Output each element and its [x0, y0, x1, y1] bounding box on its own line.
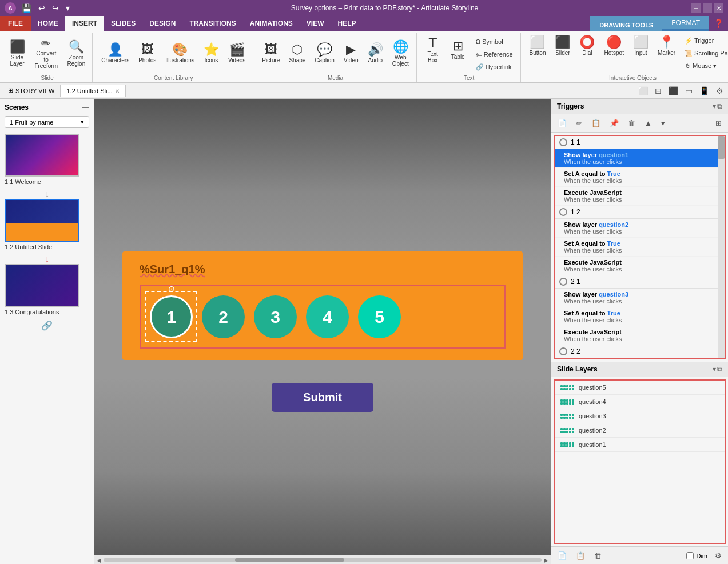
- picture-button[interactable]: 🖼 Picture: [258, 41, 284, 66]
- story-view-tab[interactable]: ⊞ STORY VIEW: [2, 85, 60, 97]
- mouse-button[interactable]: 🖱 Mouse ▾: [681, 61, 728, 71]
- layer-item-question4[interactable]: question4: [555, 395, 725, 409]
- submit-button[interactable]: Submit: [272, 383, 373, 412]
- undo-button[interactable]: ↩: [36, 2, 47, 14]
- layer-item-question3[interactable]: question3: [555, 409, 725, 423]
- triggers-scroll-thumb[interactable]: [718, 136, 725, 159]
- trigger-button[interactable]: ⚡ Trigger: [681, 35, 728, 46]
- true-link-3[interactable]: True: [607, 310, 620, 317]
- trigger-item-execute-js-3[interactable]: Execute JavaScript When the user clicks: [555, 326, 718, 345]
- hotspot-button[interactable]: 🔴 Hotspot: [600, 33, 627, 59]
- true-link-2[interactable]: True: [607, 240, 620, 247]
- close-button[interactable]: ✕: [714, 3, 723, 13]
- scroll-left-button[interactable]: ◀: [94, 557, 104, 563]
- trigger-edit-button[interactable]: ✏: [572, 117, 586, 130]
- trigger-settings-button[interactable]: ⊞: [711, 117, 726, 130]
- radio-2-2[interactable]: [559, 347, 567, 355]
- symbol-button[interactable]: Ω Symbol: [472, 37, 517, 47]
- slide-thumbnail-1-3[interactable]: 1.3 Congratulations: [5, 264, 89, 315]
- reference-button[interactable]: 🏷 Reference: [472, 49, 517, 59]
- layer-settings-button[interactable]: ⚙: [711, 549, 726, 562]
- shape-button[interactable]: ⬡ Shape: [285, 41, 309, 66]
- trigger-copy-button[interactable]: 📋: [587, 117, 604, 130]
- help-icon[interactable]: ❓: [709, 16, 728, 31]
- button-button[interactable]: ⬜ Button: [526, 33, 550, 59]
- trigger-item-set-a-3[interactable]: Set A equal to True When the user clicks: [555, 307, 718, 326]
- slide-thumbnail-1-1[interactable]: 1.1 Welcome: [5, 134, 89, 185]
- layer-item-question2[interactable]: question2: [555, 423, 725, 438]
- text-box-button[interactable]: T Text Box: [421, 33, 444, 66]
- circle-button-3[interactable]: 3: [254, 295, 297, 338]
- tab-close-button[interactable]: ✕: [115, 88, 120, 94]
- circle-button-1[interactable]: 1: [150, 295, 193, 338]
- dial-button[interactable]: ⭕ Dial: [575, 33, 599, 59]
- layers-collapse-button[interactable]: ▾: [713, 365, 716, 373]
- minimize-button[interactable]: ─: [691, 3, 701, 13]
- triggers-popout-button[interactable]: ⧉: [717, 102, 722, 110]
- layer-item-question5[interactable]: question5: [555, 381, 725, 395]
- view-compact-button[interactable]: ▭: [683, 85, 695, 97]
- circle-button-2[interactable]: 2: [202, 295, 245, 338]
- trigger-item-set-a-1[interactable]: Set A equal to True When the user clicks: [555, 168, 718, 187]
- tab-view[interactable]: VIEW: [300, 16, 331, 31]
- scene-dropdown[interactable]: 1 Fruit by name ▾: [5, 116, 89, 128]
- audio-button[interactable]: 🔊 Audio: [364, 41, 387, 66]
- trigger-add-button[interactable]: 📄: [554, 117, 571, 130]
- hyperlink-button[interactable]: 🔗 Hyperlink: [472, 62, 517, 73]
- dim-checkbox[interactable]: [686, 552, 694, 559]
- slide-thumbnail-1-2[interactable]: 1.2 Untitled Slide: [5, 199, 89, 250]
- layer-delete-button[interactable]: 🗑: [590, 549, 606, 562]
- videos-button[interactable]: 🎬 Videos: [224, 41, 249, 66]
- trigger-paste-button[interactable]: 📌: [606, 117, 623, 130]
- scrolling-panel-button[interactable]: 📜 Scrolling Panel: [681, 48, 728, 59]
- characters-button[interactable]: 👤 Characters: [97, 41, 133, 66]
- illustrations-button[interactable]: 🎨 Illustrations: [161, 41, 198, 66]
- trigger-item-execute-js-2[interactable]: Execute JavaScript When the user clicks: [555, 257, 718, 275]
- view-mobile-button[interactable]: 📱: [697, 85, 711, 97]
- slide-layer-button[interactable]: ⬛ SlideLayer: [6, 38, 29, 70]
- trigger-move-down-button[interactable]: ▾: [657, 117, 669, 130]
- scrollbar-thumb[interactable]: [235, 558, 345, 562]
- question3-link[interactable]: question3: [599, 291, 628, 298]
- layer-copy-button[interactable]: 📋: [572, 549, 589, 562]
- view-full-button[interactable]: ⬛: [666, 85, 681, 97]
- triggers-collapse-button[interactable]: ▾: [713, 102, 716, 110]
- tab-home[interactable]: HOME: [31, 16, 65, 31]
- convert-freeform-button[interactable]: ✏ Convert toFreeform: [30, 35, 62, 72]
- trigger-move-up-button[interactable]: ▲: [641, 117, 656, 130]
- web-object-button[interactable]: 🌐 WebObject: [388, 38, 413, 70]
- slider-button[interactable]: ⬛ Slider: [551, 33, 574, 59]
- layers-popout-button[interactable]: ⧉: [717, 365, 722, 373]
- trigger-delete-button[interactable]: 🗑: [624, 117, 639, 130]
- radio-2-1[interactable]: [559, 278, 567, 286]
- video-button[interactable]: ▶ Video: [340, 41, 363, 66]
- trigger-item-show-question1[interactable]: Show layer question1 When the user click…: [555, 149, 718, 168]
- view-normal-button[interactable]: ⬜: [636, 85, 650, 97]
- photos-button[interactable]: 🖼 Photos: [134, 41, 160, 66]
- customize-button[interactable]: ▾: [63, 2, 72, 14]
- trigger-item-show-question3[interactable]: Show layer question3 When the user click…: [555, 289, 718, 307]
- table-button[interactable]: ⊞ Table: [447, 33, 470, 66]
- trigger-item-show-question2[interactable]: Show layer question2 When the user click…: [555, 219, 718, 238]
- input-button[interactable]: ⬜ Input: [629, 33, 653, 59]
- scroll-right-button[interactable]: ▶: [542, 557, 551, 563]
- circle-button-4[interactable]: 4: [306, 295, 349, 338]
- scenes-collapse-button[interactable]: —: [82, 103, 89, 111]
- tab-format[interactable]: FORMAT: [662, 16, 709, 31]
- icons-button[interactable]: ⭐ Icons: [200, 41, 223, 66]
- caption-button[interactable]: 💬 Caption: [311, 41, 338, 66]
- tab-file[interactable]: FILE: [0, 16, 31, 31]
- radio-1-2[interactable]: [559, 208, 567, 216]
- view-split-button[interactable]: ⊟: [653, 85, 664, 97]
- redo-button[interactable]: ↪: [50, 2, 61, 14]
- question2-link[interactable]: question2: [599, 221, 628, 228]
- maximize-button[interactable]: □: [703, 3, 712, 13]
- layer-item-question1[interactable]: question1: [555, 438, 725, 452]
- tab-help[interactable]: HELP: [331, 16, 363, 31]
- trigger-item-set-a-2[interactable]: Set A equal to True When the user clicks: [555, 238, 718, 257]
- settings-button[interactable]: ⚙: [714, 85, 726, 97]
- save-button[interactable]: 💾: [19, 2, 34, 14]
- tab-slides[interactable]: SLIDES: [104, 16, 142, 31]
- layer-add-button[interactable]: 📄: [554, 549, 571, 562]
- tab-animations[interactable]: ANIMATIONS: [243, 16, 300, 31]
